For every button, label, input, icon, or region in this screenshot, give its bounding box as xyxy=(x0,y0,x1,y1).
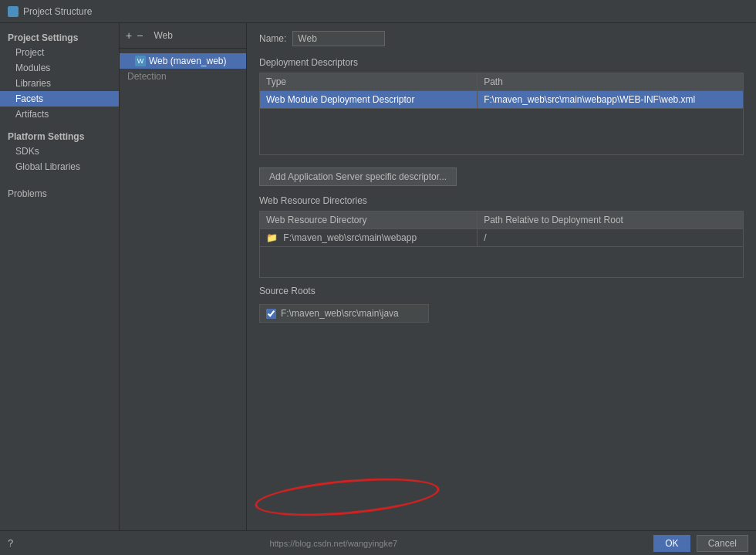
name-field-value[interactable]: Web xyxy=(292,31,385,46)
sidebar-item-sdks[interactable]: SDKs xyxy=(0,144,119,159)
name-row: Name: Web xyxy=(259,31,744,46)
url-text: https://blog.csdn.net/wangyingke7 xyxy=(269,539,397,548)
sidebar-item-problems[interactable]: Problems xyxy=(0,184,119,201)
deployment-descriptors-table: Type Path Web Module Deployment Descript… xyxy=(259,73,744,155)
detection-label: Detection xyxy=(120,69,246,84)
sidebar-item-artifacts[interactable]: Artifacts xyxy=(0,107,119,122)
facets-panel: + − Web W Web (maven_web) Detection xyxy=(120,23,247,555)
source-root-label: F:\maven_web\src\main\java xyxy=(281,308,399,319)
sidebar-item-facets[interactable]: Facets xyxy=(0,91,119,107)
sidebar-item-modules[interactable]: Modules xyxy=(0,60,119,76)
facets-item-label: Web (maven_web) xyxy=(149,56,227,66)
sidebar-item-libraries[interactable]: Libraries xyxy=(0,76,119,91)
platform-settings-label: Platform Settings xyxy=(0,128,119,144)
bottom-buttons: OK Cancel xyxy=(653,535,748,552)
facets-parent-label: Web xyxy=(147,28,178,43)
table-row-empty xyxy=(260,247,744,278)
table-row[interactable]: Web Module Deployment Descriptor F:\mave… xyxy=(260,91,744,109)
deployment-path-column-header: Path xyxy=(478,73,744,91)
source-roots-header: Source Roots xyxy=(259,286,744,296)
title-bar-icon xyxy=(8,6,19,17)
name-field-label: Name: xyxy=(259,33,286,44)
web-resource-directories-table: Web Resource Directory Path Relative to … xyxy=(259,211,744,278)
add-descriptor-button[interactable]: Add Application Server specific descript… xyxy=(259,168,457,186)
facets-item-web-maven[interactable]: W Web (maven_web) xyxy=(120,53,246,69)
remove-facet-button[interactable]: − xyxy=(137,30,143,41)
platform-settings-section: Platform Settings SDKs Global Libraries xyxy=(0,128,119,174)
web-relpath-cell: / xyxy=(478,229,744,247)
web-facet-icon: W xyxy=(135,56,146,66)
deployment-path-cell: F:\maven_web\src\main\webapp\WEB-INF\web… xyxy=(478,91,744,109)
sidebar-item-project[interactable]: Project xyxy=(0,45,119,60)
source-roots-section: Source Roots F:\maven_web\src\main\java xyxy=(259,286,744,323)
bottom-bar: ? https://blog.csdn.net/wangyingke7 OK C… xyxy=(0,530,756,555)
deployment-type-cell: Web Module Deployment Descriptor xyxy=(260,91,478,109)
web-relpath-column-header: Path Relative to Deployment Root xyxy=(478,212,744,229)
sidebar-item-global-libraries[interactable]: Global Libraries xyxy=(0,159,119,174)
deployment-type-column-header: Type xyxy=(260,73,478,91)
sidebar: Project Settings Project Modules Librari… xyxy=(0,23,120,555)
cancel-button[interactable]: Cancel xyxy=(697,535,748,552)
source-root-checkbox[interactable] xyxy=(266,309,276,319)
facets-content: W Web (maven_web) Detection xyxy=(120,49,246,89)
main-container: Project Settings Project Modules Librari… xyxy=(0,23,756,555)
facets-toolbar: + − Web xyxy=(120,23,246,49)
project-settings-label: Project Settings xyxy=(0,29,119,45)
title-bar-title: Project Structure xyxy=(23,6,92,17)
deployment-descriptors-header: Deployment Descriptors xyxy=(259,57,744,68)
add-facet-button[interactable]: + xyxy=(126,30,132,41)
title-bar: Project Structure xyxy=(0,0,756,23)
table-row-empty xyxy=(260,109,744,155)
web-dir-cell: 📁 F:\maven_web\src\main\webapp xyxy=(260,229,478,247)
web-resource-directories-header: Web Resource Directories xyxy=(259,195,744,206)
help-button[interactable]: ? xyxy=(8,537,13,549)
source-root-row: F:\maven_web\src\main\java xyxy=(259,304,429,323)
ok-button[interactable]: OK xyxy=(653,535,690,552)
content-panel: Name: Web Deployment Descriptors Type Pa… xyxy=(247,23,756,555)
folder-icon: 📁 xyxy=(266,232,278,243)
web-dir-column-header: Web Resource Directory xyxy=(260,212,478,229)
table-row[interactable]: 📁 F:\maven_web\src\main\webapp / xyxy=(260,229,744,247)
